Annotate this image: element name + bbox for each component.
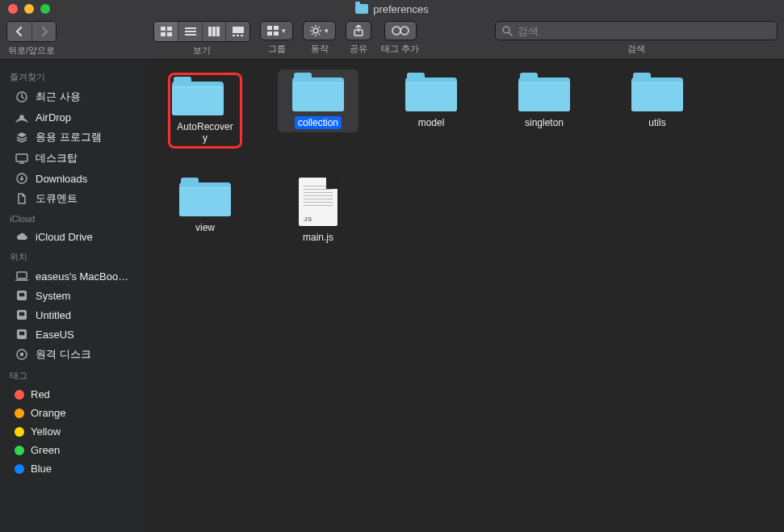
nav-segmented bbox=[6, 21, 57, 42]
tags-label: 태그 추가 bbox=[381, 43, 419, 55]
list-icon bbox=[185, 27, 196, 36]
svg-rect-12 bbox=[237, 35, 239, 36]
tag-item[interactable]: Green bbox=[0, 441, 149, 459]
locations-item[interactable]: Untitled bbox=[0, 305, 149, 325]
sidebar-item-label: System bbox=[36, 290, 70, 302]
svg-rect-40 bbox=[19, 292, 25, 297]
view-segmented bbox=[153, 21, 250, 42]
group-cluster: ▾ 그룹 bbox=[260, 21, 293, 55]
search-cluster: 검색 bbox=[495, 21, 778, 55]
locations-item[interactable]: easeus's MacBoo… bbox=[0, 266, 149, 286]
cloud-icon bbox=[15, 230, 29, 243]
folder-item[interactable]: singleton bbox=[504, 69, 585, 132]
svg-point-18 bbox=[313, 28, 318, 33]
window-title: preferences bbox=[0, 0, 784, 18]
sidebar-item-label: 원격 디스크 bbox=[36, 347, 91, 362]
group-button[interactable]: ▾ bbox=[260, 21, 293, 40]
tag-item[interactable]: Orange bbox=[0, 404, 149, 422]
share-icon bbox=[354, 25, 363, 36]
svg-rect-42 bbox=[19, 312, 25, 316]
apps-icon bbox=[15, 131, 29, 144]
locations-item[interactable]: 원격 디스크 bbox=[0, 344, 149, 365]
disk-icon bbox=[15, 289, 29, 302]
minimize-window-button[interactable] bbox=[24, 4, 34, 14]
search-icon bbox=[502, 26, 513, 36]
tag-item[interactable]: Yellow bbox=[0, 422, 149, 441]
tag-dot-icon bbox=[15, 427, 24, 437]
folder-item[interactable]: utils bbox=[617, 69, 698, 132]
tag-item[interactable]: Red bbox=[0, 385, 149, 404]
svg-rect-8 bbox=[212, 27, 216, 36]
nav-group: 뒤로/앞으로 bbox=[6, 21, 57, 57]
favorites-item[interactable]: 데스크탑 bbox=[0, 148, 149, 169]
view-list-button[interactable] bbox=[178, 22, 202, 41]
fullscreen-window-button[interactable] bbox=[40, 4, 50, 14]
sidebar-item-label: iCloud Drive bbox=[36, 231, 93, 243]
folder-icon bbox=[518, 73, 570, 111]
locations-item[interactable]: System bbox=[0, 286, 149, 305]
favorites-item[interactable]: 도큐멘트 bbox=[0, 188, 149, 209]
titlebar: preferences bbox=[0, 0, 784, 18]
folder-item[interactable]: view bbox=[165, 174, 245, 237]
svg-rect-11 bbox=[233, 35, 235, 36]
close-window-button[interactable] bbox=[8, 4, 18, 14]
svg-rect-17 bbox=[274, 31, 279, 36]
sidebar: 즐겨찾기 최근 사용AirDrop응용 프로그램데스크탑Downloads도큐멘… bbox=[0, 60, 149, 532]
sidebar-item-label: 데스크탑 bbox=[36, 151, 78, 165]
svg-rect-34 bbox=[16, 154, 27, 161]
favorites-item[interactable]: 응용 프로그램 bbox=[0, 127, 149, 148]
folder-item[interactable]: collection bbox=[278, 69, 358, 132]
action-button[interactable]: ▾ bbox=[303, 21, 336, 40]
favorites-item[interactable]: 최근 사용 bbox=[0, 86, 149, 107]
desktop-icon bbox=[15, 152, 29, 165]
disk-icon bbox=[15, 308, 29, 321]
downloads-icon bbox=[15, 172, 29, 185]
chevron-down-icon: ▾ bbox=[325, 27, 329, 35]
svg-line-25 bbox=[312, 34, 313, 36]
locations-item[interactable]: EaseUS bbox=[0, 325, 149, 344]
view-cluster: 보기 bbox=[153, 21, 250, 57]
edit-tags-button[interactable] bbox=[384, 21, 417, 40]
file-label: utils bbox=[645, 116, 669, 129]
search-field[interactable] bbox=[495, 21, 778, 40]
search-label: 검색 bbox=[627, 43, 645, 55]
window-controls bbox=[0, 4, 50, 14]
svg-rect-1 bbox=[167, 27, 172, 31]
group-label: 그룹 bbox=[268, 43, 286, 55]
grid-icon bbox=[161, 27, 172, 36]
folder-item[interactable]: model bbox=[391, 69, 472, 132]
favorites-item[interactable]: AirDrop bbox=[0, 107, 149, 127]
view-icons-button[interactable] bbox=[154, 22, 178, 41]
optical-icon bbox=[15, 348, 29, 361]
file-label: singleton bbox=[522, 116, 567, 129]
tag-dot-icon bbox=[15, 390, 24, 400]
sidebar-section-locations: 위치 bbox=[0, 246, 149, 266]
folder-item[interactable]: AutoRecovery bbox=[165, 69, 245, 152]
sidebar-section-icloud: iCloud bbox=[0, 209, 149, 227]
forward-button[interactable] bbox=[31, 22, 56, 41]
folder-icon bbox=[172, 77, 224, 115]
favorites-item[interactable]: Downloads bbox=[0, 169, 149, 188]
view-columns-button[interactable] bbox=[202, 22, 226, 41]
search-input[interactable] bbox=[518, 25, 770, 37]
view-gallery-button[interactable] bbox=[225, 22, 249, 41]
svg-line-23 bbox=[312, 27, 313, 28]
group-icon bbox=[267, 26, 279, 36]
share-button[interactable] bbox=[346, 21, 371, 40]
tag-icon bbox=[392, 26, 409, 36]
airdrop-icon bbox=[15, 111, 29, 124]
file-item[interactable]: JSmain.js bbox=[278, 174, 358, 247]
tag-dot-icon bbox=[15, 408, 24, 418]
tag-dot-icon bbox=[15, 446, 24, 455]
sidebar-item-label: 응용 프로그램 bbox=[36, 130, 102, 145]
svg-rect-44 bbox=[19, 331, 25, 336]
tag-item[interactable]: Blue bbox=[0, 459, 149, 478]
disk-icon bbox=[15, 328, 29, 341]
svg-point-46 bbox=[21, 354, 23, 356]
sidebar-item-label: Green bbox=[31, 444, 60, 456]
icloud-item[interactable]: iCloud Drive bbox=[0, 227, 149, 246]
sidebar-item-label: Red bbox=[31, 388, 50, 400]
chevron-down-icon: ▾ bbox=[282, 27, 286, 35]
file-browser[interactable]: AutoRecoverycollectionmodelsingletonutil… bbox=[149, 60, 784, 532]
back-button[interactable] bbox=[7, 22, 31, 41]
